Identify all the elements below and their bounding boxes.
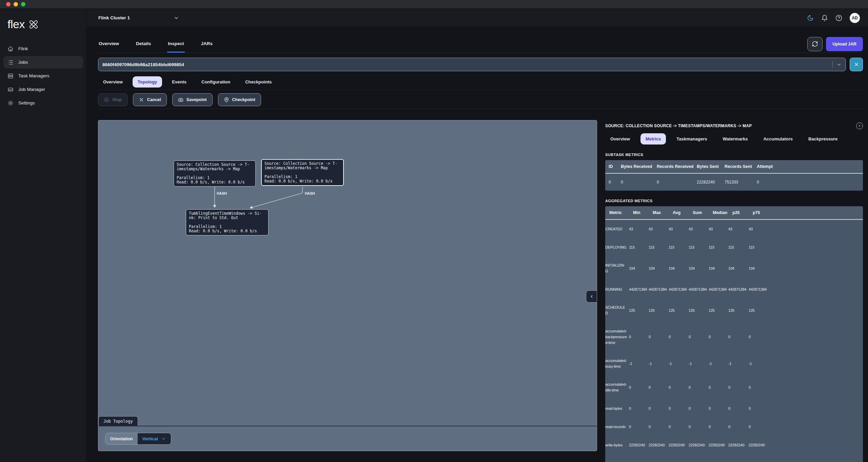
vertex-tab-taskmanagers[interactable]: Taskmanagers [671, 133, 712, 145]
node-sink[interactable]: TumblingEventTimeWindows -> Si- nk: Prin… [186, 209, 269, 235]
job-tab-topology[interactable]: Topology [133, 76, 162, 88]
clear-job-button[interactable] [850, 58, 863, 71]
vertex-tab-accumulators[interactable]: Accumulators [758, 133, 798, 145]
cell-p25: 0 [728, 334, 749, 340]
cell-p75: 22282240 [749, 442, 863, 448]
savepoint-button[interactable]: Savepoint [172, 93, 213, 106]
aggregated-metrics-label: AGGREGATED METRICS [605, 199, 863, 203]
camera-icon [178, 97, 183, 102]
brand-x-icon [28, 19, 39, 30]
node-title-line: imestamps/Watermarks -> Map [177, 167, 253, 171]
table-row: read-bytes 0 0 0 0 0 0 0 [605, 399, 863, 418]
refresh-button[interactable] [807, 37, 823, 51]
node-source-1[interactable]: Source: Collection Source -> T- imestamp… [174, 160, 256, 187]
window-zoom-button[interactable] [21, 2, 25, 6]
column-header: ID [609, 164, 621, 169]
cell-p75: 104 [749, 266, 863, 271]
cell-median: 751333 [709, 461, 728, 462]
job-tab-events[interactable]: Events [167, 76, 192, 88]
node-source-2[interactable]: Source: Collection Source -> T- imestamp… [261, 159, 344, 186]
orientation-select[interactable]: Vertical [138, 433, 171, 444]
subtask-metrics-table: ID Bytes Received Records Received Bytes… [605, 160, 863, 191]
notifications-bell-icon[interactable] [821, 15, 828, 21]
sidebar-item-flink[interactable]: Flink [3, 42, 83, 55]
orientation-control[interactable]: Orientation Vertical [105, 433, 171, 445]
table-row: DEPLOYING 115 115 115 115 115 115 115 [605, 238, 863, 256]
collapse-panel-button[interactable] [586, 290, 597, 303]
cell-avg: 0 [669, 334, 689, 340]
cell-p25: 442871384 [728, 287, 749, 292]
cell-max: 0 [649, 406, 669, 411]
checkpoint-button[interactable]: Checkpoint [218, 93, 261, 106]
cell-p25: 43 [728, 226, 749, 232]
column-header: Max [653, 210, 673, 215]
list-icon [7, 59, 14, 65]
cell-max: 0 [649, 424, 669, 430]
home-icon [7, 46, 14, 52]
chevron-down-icon[interactable] [833, 62, 846, 67]
vertex-details-panel: SOURCE: COLLECTION SOURCE -> TIMESTAMPS/… [605, 120, 863, 462]
table-row: SCHEDULED 125 125 125 125 125 125 125 [605, 299, 863, 322]
column-header: Records Sent [725, 164, 757, 169]
upload-jar-button[interactable]: Upload JAR [826, 37, 863, 51]
window-close-button[interactable] [6, 2, 11, 6]
cell-median: 0 [709, 385, 728, 390]
cell-sum: 125 [689, 308, 709, 313]
window-minimize-button[interactable] [14, 2, 18, 6]
column-header: Bytes Received [621, 164, 657, 169]
cell-bytes-sent: 22282240 [697, 180, 725, 185]
job-tab-checkpoints[interactable]: Checkpoints [240, 76, 277, 88]
sidebar-item-job-manager[interactable]: Job Manager [3, 83, 83, 96]
column-header: Median [713, 210, 732, 215]
cancel-button[interactable]: Cancel [133, 93, 167, 106]
sidebar-item-task-managers[interactable]: Task Managers [3, 70, 83, 82]
table-row: write-records 751333 751333 751333 75133… [605, 454, 863, 462]
vertex-tab-watermarks[interactable]: Watermarks [717, 133, 753, 145]
dark-mode-moon-icon[interactable] [807, 15, 814, 21]
job-actions-row: Stop Cancel Savepoint [98, 90, 863, 109]
cell-metric: SCHEDULED [605, 305, 629, 316]
sidebar-item-jobs[interactable]: Jobs [3, 56, 83, 69]
node-title-line: imestamps/Watermarks -> Map [264, 166, 340, 170]
vertex-tab-metrics[interactable]: Metrics [640, 133, 666, 145]
job-topology-tab[interactable]: Job Topology [98, 416, 138, 426]
table-header-row: Metric Min Max Avg Sum Median p25 p75 [605, 206, 863, 220]
cell-median: 125 [709, 308, 728, 313]
table-row: accumulated-busy-time -1 -1 -1 -1 -1 -1 … [605, 352, 863, 376]
job-tab-configuration[interactable]: Configuration [196, 76, 235, 88]
tab-inspect[interactable]: Inspect [167, 35, 184, 53]
sidebar-item-settings[interactable]: Settings [3, 97, 83, 109]
tab-jars[interactable]: JARs [200, 35, 214, 53]
cell-p25: 125 [728, 308, 749, 313]
close-icon [854, 62, 859, 67]
vertex-tab-backpressure[interactable]: Backpressure [803, 133, 843, 145]
panel-divider [98, 426, 597, 426]
column-header: Attempt [757, 164, 863, 169]
help-icon[interactable] [835, 15, 842, 21]
cell-p75: 0 [749, 385, 863, 390]
user-avatar[interactable]: AD [850, 13, 860, 23]
column-header: Sum [693, 210, 713, 215]
table-row: accumulated-idle-time 0 0 0 0 0 0 0 [605, 376, 863, 399]
cell-sum: 43 [689, 226, 709, 232]
cell-sum: -1 [689, 361, 709, 367]
cell-p75: 0 [749, 424, 863, 430]
job-tab-overview[interactable]: Overview [98, 76, 128, 88]
job-id-input[interactable]: 8660f4097096d9b98a21854bbd699854 [98, 58, 846, 71]
tab-overview[interactable]: Overview [98, 35, 120, 53]
topology-graph-panel[interactable]: Source: Collection Source -> T- imestamp… [98, 120, 597, 451]
tab-details[interactable]: Details [135, 35, 152, 53]
cell-max: 104 [649, 266, 669, 271]
close-panel-button[interactable] [856, 122, 863, 129]
column-header: Metric [609, 210, 633, 215]
cell-p25: 22282240 [728, 442, 749, 448]
table-row: CREATED 43 43 43 43 43 43 43 [605, 220, 863, 238]
cell-avg: 0 [669, 424, 689, 430]
vertex-tab-overview[interactable]: Overview [605, 133, 635, 145]
chevron-left-icon [589, 294, 594, 299]
cell-avg: 125 [669, 308, 689, 313]
column-header: p25 [732, 210, 753, 215]
cluster-selector[interactable]: Flink Cluster 1 [98, 15, 179, 21]
cell-sum: 442871384 [689, 287, 709, 292]
cell-avg: 115 [669, 245, 689, 250]
